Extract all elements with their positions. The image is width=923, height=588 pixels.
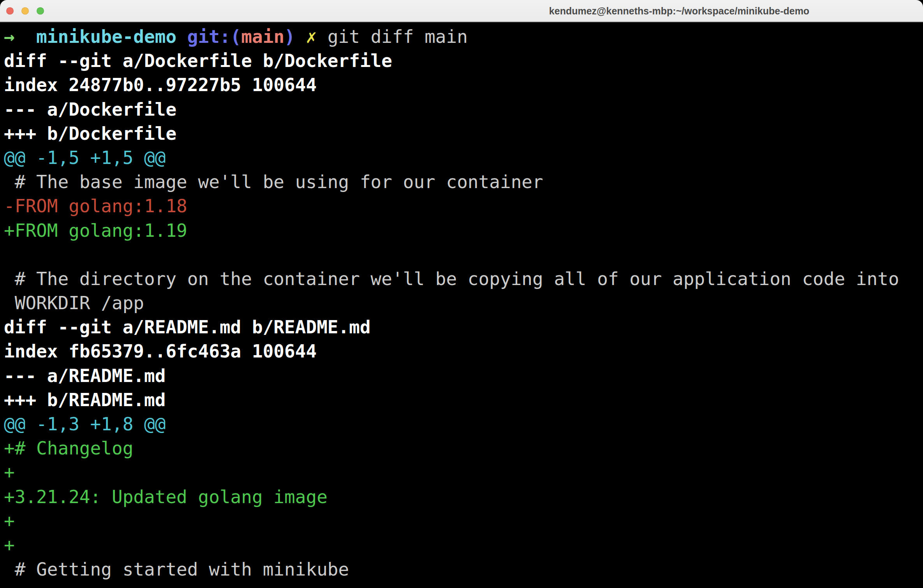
diff-old-file: --- a/Dockerfile bbox=[4, 99, 176, 120]
traffic-lights bbox=[6, 7, 44, 14]
context-text: # The directory on the container we'll b… bbox=[4, 268, 899, 289]
diff-new-file: +++ b/Dockerfile bbox=[4, 123, 176, 144]
prompt-git-branch: main bbox=[241, 26, 284, 47]
close-button[interactable] bbox=[6, 7, 14, 14]
diff-file-header: diff --git a/Dockerfile b/Dockerfile bbox=[4, 50, 392, 71]
diff-old-file-line: --- a/Dockerfile bbox=[4, 97, 919, 121]
addition-line: +# Changelog bbox=[4, 436, 919, 460]
diff-file-header: diff --git a/README.md b/README.md bbox=[4, 317, 371, 338]
prompt-git-decorator-open: git:( bbox=[187, 26, 241, 47]
hunk-header-line: @@ -1,5 +1,5 @@ bbox=[4, 146, 919, 170]
addition-line: +3.21.24: Updated golang image bbox=[4, 485, 919, 509]
prompt-spacer bbox=[295, 26, 306, 47]
addition-text: +FROM golang:1.19 bbox=[4, 220, 187, 241]
zoom-button[interactable] bbox=[37, 7, 44, 14]
prompt-spacer bbox=[176, 26, 187, 47]
context-text: WORKDIR /app bbox=[4, 292, 144, 313]
context-text: # Getting started with minikube bbox=[4, 559, 349, 580]
addition-text: +# Changelog bbox=[4, 438, 133, 459]
prompt-cwd: minikube-demo bbox=[36, 26, 176, 47]
prompt-git-decorator-close: ) bbox=[284, 26, 295, 47]
context-line: # The directory on the container we'll b… bbox=[4, 267, 919, 291]
hunk-header-line: @@ -1,3 +1,8 @@ bbox=[4, 412, 919, 436]
diff-new-file-line: +++ b/README.md bbox=[4, 388, 919, 412]
prompt-arrow-icon: → bbox=[4, 26, 15, 47]
diff-index: index 24877b0..97227b5 100644 bbox=[4, 74, 317, 95]
context-text: # The base image we'll be using for our … bbox=[4, 171, 543, 192]
minimize-button[interactable] bbox=[21, 7, 29, 14]
terminal-window: kendumez@kenneths-mbp:~/workspace/miniku… bbox=[0, 0, 923, 588]
diff-old-file-line: --- a/README.md bbox=[4, 364, 919, 388]
addition-text: + bbox=[4, 511, 15, 532]
terminal-screen[interactable]: → minikube-demo git:(main) ✗ git diff ma… bbox=[0, 22, 923, 581]
addition-text: + bbox=[4, 535, 15, 556]
addition-text: + bbox=[4, 462, 15, 483]
diff-index: index fb65379..6fc463a 100644 bbox=[4, 341, 317, 362]
context-line bbox=[4, 243, 919, 267]
diff-index-line: index fb65379..6fc463a 100644 bbox=[4, 339, 919, 363]
context-line: # Getting started with minikube bbox=[4, 557, 919, 581]
diff-new-file-line: +++ b/Dockerfile bbox=[4, 121, 919, 146]
deletion-text: -FROM golang:1.18 bbox=[4, 195, 187, 217]
deletion-line: -FROM golang:1.18 bbox=[4, 194, 919, 218]
context-line: WORKDIR /app bbox=[4, 291, 919, 315]
diff-index-line: index 24877b0..97227b5 100644 bbox=[4, 73, 919, 97]
diff-new-file: +++ b/README.md bbox=[4, 389, 166, 410]
context-text bbox=[4, 244, 15, 265]
titlebar[interactable]: kendumez@kenneths-mbp:~/workspace/miniku… bbox=[0, 0, 923, 22]
window-title: kendumez@kenneths-mbp:~/workspace/miniku… bbox=[549, 5, 809, 16]
prompt-command: git diff main bbox=[317, 26, 468, 47]
diff-header-line: diff --git a/Dockerfile b/Dockerfile bbox=[4, 49, 919, 73]
prompt-spacer bbox=[15, 26, 36, 47]
hunk-header: @@ -1,3 +1,8 @@ bbox=[4, 414, 166, 435]
prompt-dirty-icon: ✗ bbox=[306, 26, 317, 47]
hunk-header: @@ -1,5 +1,5 @@ bbox=[4, 147, 166, 168]
context-line: # The base image we'll be using for our … bbox=[4, 170, 919, 194]
addition-line: +FROM golang:1.19 bbox=[4, 218, 919, 243]
addition-line: + bbox=[4, 509, 919, 533]
addition-line: + bbox=[4, 460, 919, 484]
addition-line: + bbox=[4, 533, 919, 557]
prompt-line: → minikube-demo git:(main) ✗ git diff ma… bbox=[4, 25, 919, 49]
diff-header-line: diff --git a/README.md b/README.md bbox=[4, 315, 919, 339]
diff-old-file: --- a/README.md bbox=[4, 365, 166, 386]
addition-text: +3.21.24: Updated golang image bbox=[4, 486, 328, 507]
